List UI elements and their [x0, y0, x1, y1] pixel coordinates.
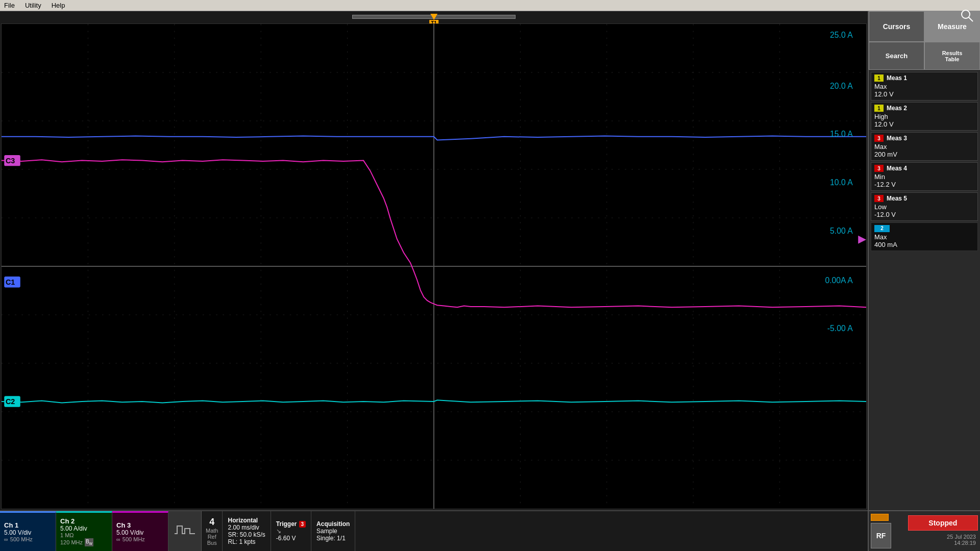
svg-line-1: [969, 17, 973, 21]
meas6-type: Max: [874, 233, 974, 241]
acquisition-info[interactable]: Acquisition Sample Single: 1/1: [311, 511, 355, 551]
ch2-sub: 1 MΩ: [60, 532, 108, 538]
svg-text:10.0 A: 10.0 A: [830, 178, 853, 187]
ch1-vdiv: 5.00 V/div: [4, 529, 52, 536]
menu-help[interactable]: Help: [52, 2, 65, 9]
right-panel: Cursors Measure Search Results Table 1 M…: [868, 11, 980, 551]
meas2-badge: 1: [874, 105, 884, 112]
rf-button[interactable]: RF: [871, 523, 891, 548]
time-div: 2.00 ms/div: [228, 524, 265, 531]
meas2-title: Meas 2: [887, 105, 907, 112]
meas5-value: -12.0 V: [874, 211, 974, 218]
meas-5[interactable]: 3 Meas 5 Low -12.0 V: [871, 192, 978, 221]
meas4-value: -12.2 V: [874, 181, 974, 188]
acq-title: Acquisition: [316, 520, 350, 528]
ch2-info[interactable]: Ch 2 5.00 A/div 1 MΩ 120 MHz Bw: [56, 511, 112, 551]
bottom-bar: Ch 1 5.00 V/div ∞ 500 MHz Ch 2 5.00 A/di…: [0, 510, 868, 551]
meas3-value: 200 mV: [874, 151, 974, 158]
ch3-sub: ∞ 500 MHz: [116, 536, 164, 542]
svg-text:C2: C2: [6, 397, 15, 406]
right-bottom: RF Stopped 25 Jul 2023 14:28:19: [869, 510, 980, 551]
cursors-button[interactable]: Cursors: [869, 11, 924, 42]
menu-bar: File Utility Help: [0, 0, 980, 11]
svg-text:20.0 A: 20.0 A: [830, 82, 853, 90]
ch2-vdiv: 5.00 A/div: [60, 525, 108, 532]
orange-indicator: [871, 514, 889, 521]
horizontal-title: Horizontal: [228, 517, 265, 524]
meas6-value: 400 mA: [874, 241, 974, 248]
meas2-value: 12.0 V: [874, 120, 974, 128]
svg-point-0: [962, 10, 970, 18]
main-content: T1: [0, 11, 980, 551]
sr-val: SR: 50.0 kS/s: [228, 531, 265, 538]
trigger-info[interactable]: Trigger 3 ↘ -6.60 V: [271, 511, 311, 551]
search-icon[interactable]: [959, 7, 975, 26]
acq-mode: Sample: [316, 528, 350, 535]
meas-6[interactable]: 2 Max 400 mA: [871, 222, 978, 251]
ch3-label-text: Ch 3: [116, 521, 164, 529]
meas3-title: Meas 3: [887, 135, 907, 142]
ch3-vdiv: 5.00 V/div: [116, 529, 164, 536]
meas4-badge: 3: [874, 165, 884, 172]
acq-single: Single: 1/1: [316, 535, 350, 542]
math-label: Math: [206, 528, 218, 534]
ch2-label-text: Ch 2: [60, 517, 108, 525]
meas-2[interactable]: 1 Meas 2 High 12.0 V: [871, 102, 978, 131]
meas3-type: Max: [874, 143, 974, 151]
rl-val: RL: 1 kpts: [228, 538, 265, 545]
svg-text:C3: C3: [6, 157, 15, 165]
meas1-type: Max: [874, 83, 974, 90]
meas3-badge: 3: [874, 135, 884, 142]
svg-text:15.0 A: 15.0 A: [830, 130, 853, 138]
scope-area: T1: [0, 11, 868, 551]
horizontal-info[interactable]: Horizontal 2.00 ms/div SR: 50.0 kS/s RL:…: [223, 511, 271, 551]
svg-text:25.0 A: 25.0 A: [830, 31, 853, 39]
results-table-button[interactable]: Results Table: [924, 42, 980, 70]
trigger-title: Trigger: [276, 520, 297, 528]
math-ref-bus-area[interactable]: 4 Math Ref Bus: [202, 511, 223, 551]
ref-label: Ref: [208, 534, 216, 540]
meas5-type: Low: [874, 203, 974, 211]
meas-4[interactable]: 3 Meas 4 Min -12.2 V: [871, 162, 978, 191]
meas1-value: 12.0 V: [874, 90, 974, 98]
menu-file[interactable]: File: [4, 2, 15, 9]
search-button[interactable]: Search: [869, 42, 924, 70]
second-buttons: Search Results Table: [869, 42, 980, 70]
meas5-badge: 3: [874, 195, 884, 202]
ch1-label-text: Ch 1: [4, 521, 52, 529]
svg-text:C1: C1: [6, 278, 15, 286]
menu-utility[interactable]: Utility: [25, 2, 41, 9]
svg-text:5.00 A: 5.00 A: [830, 227, 853, 235]
svg-text:-5.00 A: -5.00 A: [827, 324, 853, 333]
ch3-info[interactable]: Ch 3 5.00 V/div ∞ 500 MHz: [112, 511, 168, 551]
waveform-icon-btn[interactable]: [168, 511, 202, 551]
meas2-type: High: [874, 113, 974, 120]
datetime-display: 25 Jul 2023 14:28:19: [908, 533, 978, 547]
svg-text:0.00A A: 0.00A A: [825, 276, 853, 285]
bus-label: Bus: [207, 540, 217, 546]
meas6-badge: 2: [874, 225, 890, 232]
meas-1[interactable]: 1 Meas 1 Max 12.0 V: [871, 72, 978, 101]
trigger-ch-badge: 3: [299, 521, 306, 528]
math-number: 4: [209, 517, 214, 528]
meas4-type: Min: [874, 173, 974, 181]
meas4-title: Meas 4: [887, 165, 907, 172]
trigger-level: -6.60 V: [276, 535, 306, 542]
meas1-badge: 1: [874, 74, 884, 82]
waveform-display: C3 C1 C2 25.0 A 20.0 A 15.0 A 10.0 A 5.0…: [1, 23, 867, 509]
ch2-bw: 120 MHz Bw: [60, 538, 108, 546]
top-bar: T1: [0, 11, 868, 22]
ch1-info[interactable]: Ch 1 5.00 V/div ∞ 500 MHz: [0, 511, 56, 551]
measurements-list: 1 Meas 1 Max 12.0 V 1 Meas 2 High 12.0 V…: [869, 70, 980, 510]
ch1-sub: ∞ 500 MHz: [4, 536, 52, 542]
meas1-title: Meas 1: [887, 74, 907, 82]
meas-3[interactable]: 3 Meas 3 Max 200 mV: [871, 132, 978, 161]
meas5-title: Meas 5: [887, 195, 907, 202]
stopped-button[interactable]: Stopped: [908, 515, 978, 531]
